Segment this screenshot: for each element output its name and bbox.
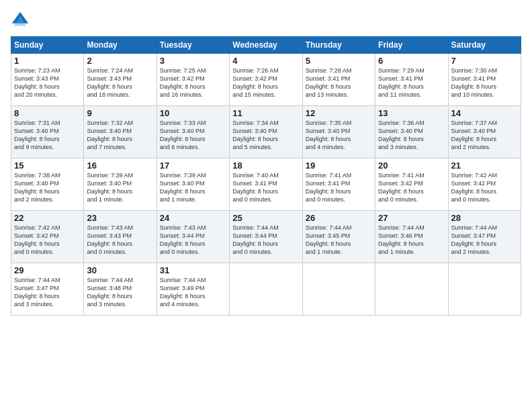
day-info: Sunrise: 7:42 AM Sunset: 3:42 PM Dayligh… <box>451 171 518 204</box>
day-header: Friday <box>375 37 448 54</box>
day-info: Sunrise: 7:43 AM Sunset: 3:44 PM Dayligh… <box>160 224 226 257</box>
day-number: 7 <box>451 56 518 66</box>
calendar-day: 17Sunrise: 7:39 AM Sunset: 3:40 PM Dayli… <box>157 158 229 211</box>
calendar-day: 26Sunrise: 7:44 AM Sunset: 3:45 PM Dayli… <box>302 211 375 263</box>
day-info: Sunrise: 7:44 AM Sunset: 3:45 PM Dayligh… <box>306 224 372 257</box>
calendar-day <box>230 263 302 316</box>
calendar-day: 1Sunrise: 7:23 AM Sunset: 3:43 PM Daylig… <box>11 54 84 106</box>
calendar-week: 15Sunrise: 7:38 AM Sunset: 3:40 PM Dayli… <box>11 158 521 211</box>
calendar-day <box>375 263 448 316</box>
day-info: Sunrise: 7:39 AM Sunset: 3:40 PM Dayligh… <box>87 171 153 204</box>
day-info: Sunrise: 7:32 AM Sunset: 3:40 PM Dayligh… <box>87 119 153 152</box>
calendar-day: 13Sunrise: 7:36 AM Sunset: 3:40 PM Dayli… <box>375 106 448 158</box>
calendar-day: 7Sunrise: 7:30 AM Sunset: 3:41 PM Daylig… <box>448 54 521 106</box>
day-info: Sunrise: 7:41 AM Sunset: 3:41 PM Dayligh… <box>306 171 372 204</box>
calendar-day: 23Sunrise: 7:43 AM Sunset: 3:43 PM Dayli… <box>84 211 157 263</box>
day-number: 12 <box>306 108 372 118</box>
calendar-week: 22Sunrise: 7:42 AM Sunset: 3:42 PM Dayli… <box>11 211 521 263</box>
day-info: Sunrise: 7:24 AM Sunset: 3:43 PM Dayligh… <box>87 66 153 99</box>
calendar-day: 27Sunrise: 7:44 AM Sunset: 3:46 PM Dayli… <box>375 211 448 263</box>
day-info: Sunrise: 7:44 AM Sunset: 3:47 PM Dayligh… <box>14 276 81 309</box>
day-number: 1 <box>14 56 81 66</box>
calendar-day: 5Sunrise: 7:28 AM Sunset: 3:41 PM Daylig… <box>302 54 375 106</box>
day-info: Sunrise: 7:37 AM Sunset: 3:40 PM Dayligh… <box>451 119 518 152</box>
calendar-day: 18Sunrise: 7:40 AM Sunset: 3:41 PM Dayli… <box>230 158 302 211</box>
calendar-week: 8Sunrise: 7:31 AM Sunset: 3:40 PM Daylig… <box>11 106 521 158</box>
day-number: 16 <box>87 161 153 171</box>
day-number: 14 <box>451 108 518 118</box>
calendar-day: 25Sunrise: 7:44 AM Sunset: 3:44 PM Dayli… <box>230 211 302 263</box>
calendar-week: 1Sunrise: 7:23 AM Sunset: 3:43 PM Daylig… <box>11 54 521 106</box>
calendar-body: 1Sunrise: 7:23 AM Sunset: 3:43 PM Daylig… <box>11 54 521 316</box>
day-info: Sunrise: 7:38 AM Sunset: 3:40 PM Dayligh… <box>14 171 81 204</box>
day-header: Monday <box>84 37 157 54</box>
calendar-day: 30Sunrise: 7:44 AM Sunset: 3:48 PM Dayli… <box>84 263 157 316</box>
page-container: SundayMondayTuesdayWednesdayThursdayFrid… <box>0 0 532 321</box>
calendar-day: 20Sunrise: 7:41 AM Sunset: 3:42 PM Dayli… <box>375 158 448 211</box>
calendar-day: 28Sunrise: 7:44 AM Sunset: 3:47 PM Dayli… <box>448 211 521 263</box>
day-header: Sunday <box>11 37 84 54</box>
day-number: 15 <box>14 161 81 171</box>
header-row: SundayMondayTuesdayWednesdayThursdayFrid… <box>11 37 521 54</box>
calendar-day: 2Sunrise: 7:24 AM Sunset: 3:43 PM Daylig… <box>84 54 157 106</box>
day-info: Sunrise: 7:44 AM Sunset: 3:49 PM Dayligh… <box>160 276 226 309</box>
calendar-day: 6Sunrise: 7:29 AM Sunset: 3:41 PM Daylig… <box>375 54 448 106</box>
day-header: Wednesday <box>230 37 302 54</box>
day-number: 2 <box>87 56 153 66</box>
calendar-day <box>448 263 521 316</box>
calendar-day <box>302 263 375 316</box>
day-number: 10 <box>160 108 226 118</box>
day-number: 30 <box>87 265 153 275</box>
day-number: 22 <box>14 213 81 223</box>
day-number: 6 <box>378 56 445 66</box>
day-number: 3 <box>160 56 226 66</box>
day-info: Sunrise: 7:28 AM Sunset: 3:41 PM Dayligh… <box>306 66 372 99</box>
calendar-day: 29Sunrise: 7:44 AM Sunset: 3:47 PM Dayli… <box>11 263 84 316</box>
day-info: Sunrise: 7:44 AM Sunset: 3:46 PM Dayligh… <box>378 224 445 257</box>
calendar-day: 16Sunrise: 7:39 AM Sunset: 3:40 PM Dayli… <box>84 158 157 211</box>
day-info: Sunrise: 7:44 AM Sunset: 3:48 PM Dayligh… <box>87 276 153 309</box>
day-info: Sunrise: 7:26 AM Sunset: 3:42 PM Dayligh… <box>232 66 299 99</box>
header <box>11 11 521 30</box>
day-number: 18 <box>232 161 299 171</box>
logo-icon <box>11 11 30 30</box>
day-number: 28 <box>451 213 518 223</box>
day-number: 4 <box>232 56 299 66</box>
calendar-table: SundayMondayTuesdayWednesdayThursdayFrid… <box>11 36 521 316</box>
day-info: Sunrise: 7:44 AM Sunset: 3:44 PM Dayligh… <box>232 224 299 257</box>
day-number: 27 <box>378 213 445 223</box>
day-info: Sunrise: 7:23 AM Sunset: 3:43 PM Dayligh… <box>14 66 81 99</box>
day-number: 23 <box>87 213 153 223</box>
day-number: 29 <box>14 265 81 275</box>
calendar-day: 4Sunrise: 7:26 AM Sunset: 3:42 PM Daylig… <box>230 54 302 106</box>
day-info: Sunrise: 7:36 AM Sunset: 3:40 PM Dayligh… <box>378 119 445 152</box>
day-info: Sunrise: 7:41 AM Sunset: 3:42 PM Dayligh… <box>378 171 445 204</box>
calendar-day: 22Sunrise: 7:42 AM Sunset: 3:42 PM Dayli… <box>11 211 84 263</box>
calendar-day: 8Sunrise: 7:31 AM Sunset: 3:40 PM Daylig… <box>11 106 84 158</box>
day-number: 20 <box>378 161 445 171</box>
day-info: Sunrise: 7:39 AM Sunset: 3:40 PM Dayligh… <box>160 171 226 204</box>
calendar-day: 9Sunrise: 7:32 AM Sunset: 3:40 PM Daylig… <box>84 106 157 158</box>
day-info: Sunrise: 7:31 AM Sunset: 3:40 PM Dayligh… <box>14 119 81 152</box>
day-number: 8 <box>14 108 81 118</box>
day-number: 21 <box>451 161 518 171</box>
day-number: 25 <box>232 213 299 223</box>
day-info: Sunrise: 7:33 AM Sunset: 3:40 PM Dayligh… <box>160 119 226 152</box>
day-header: Thursday <box>302 37 375 54</box>
day-number: 17 <box>160 161 226 171</box>
day-info: Sunrise: 7:43 AM Sunset: 3:43 PM Dayligh… <box>87 224 153 257</box>
day-number: 9 <box>87 108 153 118</box>
day-number: 13 <box>378 108 445 118</box>
logo <box>11 11 31 30</box>
day-info: Sunrise: 7:30 AM Sunset: 3:41 PM Dayligh… <box>451 66 518 99</box>
day-info: Sunrise: 7:29 AM Sunset: 3:41 PM Dayligh… <box>378 66 445 99</box>
calendar-day: 14Sunrise: 7:37 AM Sunset: 3:40 PM Dayli… <box>448 106 521 158</box>
calendar-header: SundayMondayTuesdayWednesdayThursdayFrid… <box>11 37 521 54</box>
calendar-day: 11Sunrise: 7:34 AM Sunset: 3:40 PM Dayli… <box>230 106 302 158</box>
calendar-day: 12Sunrise: 7:35 AM Sunset: 3:40 PM Dayli… <box>302 106 375 158</box>
calendar-day: 19Sunrise: 7:41 AM Sunset: 3:41 PM Dayli… <box>302 158 375 211</box>
day-number: 19 <box>306 161 372 171</box>
calendar-day: 3Sunrise: 7:25 AM Sunset: 3:42 PM Daylig… <box>157 54 229 106</box>
day-info: Sunrise: 7:34 AM Sunset: 3:40 PM Dayligh… <box>232 119 299 152</box>
calendar-day: 21Sunrise: 7:42 AM Sunset: 3:42 PM Dayli… <box>448 158 521 211</box>
